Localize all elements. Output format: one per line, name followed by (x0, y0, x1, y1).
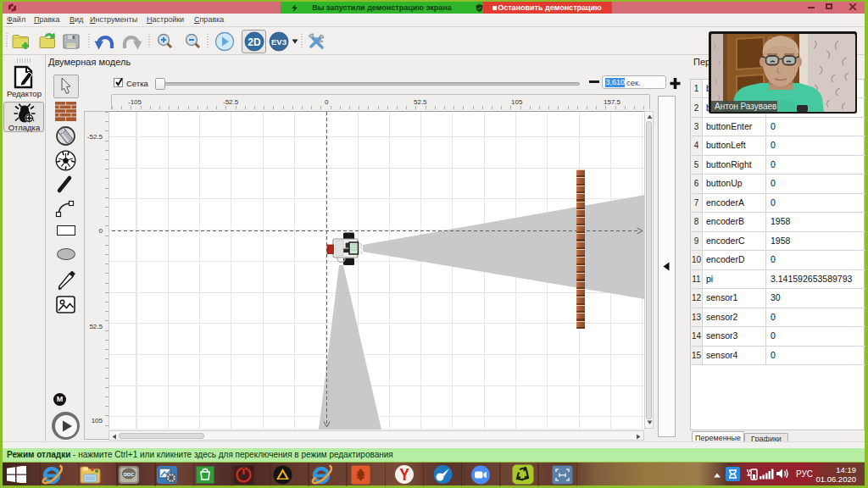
svg-text:2D: 2D (248, 36, 261, 48)
svg-text:EV3: EV3 (271, 37, 287, 47)
svg-text:Антон Разуваев: Антон Разуваев (715, 102, 776, 111)
